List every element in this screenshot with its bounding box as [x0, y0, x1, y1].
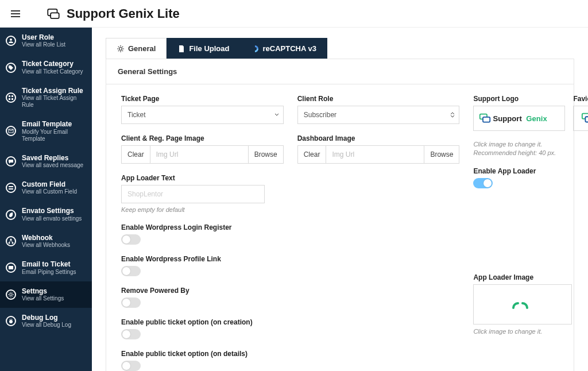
wp-profile-field: Enable Wordpress Profile Link: [121, 255, 459, 276]
svg-rect-9: [11, 98, 13, 100]
sidebar-item-debug[interactable]: Debug LogView all Debug Log: [0, 308, 92, 334]
dashboard-image-input[interactable]: [326, 146, 424, 163]
svg-text:Genix: Genix: [527, 114, 548, 122]
sidebar-item-custom-field[interactable]: Custom FieldView all Custom Field: [0, 175, 92, 201]
client-image-input[interactable]: [150, 146, 248, 163]
public-create-toggle[interactable]: [121, 329, 141, 339]
wp-profile-toggle[interactable]: [121, 266, 141, 276]
tab-file-upload[interactable]: File Upload: [167, 38, 240, 59]
svg-rect-25: [586, 117, 588, 122]
tab-general[interactable]: General: [106, 38, 167, 59]
sidebar-item-ticket-category[interactable]: Ticket CategoryView all Ticket Category: [0, 54, 92, 80]
menu-toggle-button[interactable]: [6, 4, 25, 24]
hamburger-icon: [11, 9, 20, 18]
app-title: Support Genix Lite: [67, 6, 180, 21]
svg-rect-11: [9, 186, 13, 187]
svg-rect-12: [9, 188, 13, 190]
svg-point-19: [119, 47, 122, 50]
svg-rect-1: [11, 13, 20, 14]
loader-image[interactable]: [473, 284, 572, 324]
tabs: General File Upload reCAPTCHA v3: [106, 38, 574, 59]
top-bar: Support Genix Lite: [0, 0, 588, 28]
svg-point-5: [10, 38, 12, 41]
svg-point-17: [10, 293, 12, 296]
logo-caption: Click image to change it.Recommended hei…: [473, 140, 588, 158]
enable-loader-toggle[interactable]: [473, 178, 493, 188]
svg-point-18: [9, 320, 13, 323]
leaf-icon: [6, 210, 16, 220]
recaptcha-icon: [251, 45, 259, 53]
wp-login-field: Enable Wordpress Login Register: [121, 223, 459, 245]
svg-rect-8: [9, 98, 10, 100]
panel-heading: General Settings: [106, 59, 574, 84]
tag-icon: [6, 63, 16, 73]
client-role-field: Client Role: [297, 95, 460, 124]
form-icon: [6, 183, 16, 193]
sidebar: User RoleView all Role List Ticket Categ…: [0, 28, 92, 371]
support-logo-field: Support Logo Support Genix: [473, 95, 565, 131]
sidebar-item-email-template[interactable]: Email TemplateModify Your Email Template: [0, 114, 92, 148]
sidebar-item-envato[interactable]: Envato SettingsView all envato settings: [0, 201, 92, 227]
svg-rect-0: [11, 10, 20, 11]
svg-rect-6: [9, 95, 10, 97]
svg-rect-4: [51, 13, 59, 18]
favicon-field: Favicon: [573, 95, 588, 131]
envelope-icon: [6, 262, 16, 273]
file-icon: [177, 45, 185, 53]
bug-icon: [6, 316, 16, 326]
loader-text-input[interactable]: [121, 185, 265, 203]
wp-login-toggle[interactable]: [121, 234, 141, 245]
settings-panel: General Settings Ticket Page Client Role: [106, 59, 574, 371]
tab-recaptcha[interactable]: reCAPTCHA v3: [240, 38, 327, 59]
user-role-icon: [6, 36, 16, 46]
svg-rect-2: [11, 16, 20, 17]
spinner-icon: [511, 297, 534, 311]
support-logo-image[interactable]: Support Genix: [473, 106, 565, 131]
favicon-image[interactable]: [573, 106, 588, 131]
loader-image-field: App Loader Image Click image to change i…: [473, 273, 588, 371]
favicon-icon: [581, 111, 588, 125]
browse-button[interactable]: Browse: [248, 146, 283, 163]
mail-icon: [6, 126, 16, 136]
webhook-icon: [6, 236, 16, 246]
public-details-field: Enable public ticket option (on details): [121, 350, 459, 371]
grid-icon: [6, 92, 16, 103]
loader-text-field: App Loader Text Keep empty for default: [121, 174, 265, 213]
svg-rect-7: [11, 95, 13, 97]
gear-icon: [6, 289, 16, 300]
client-role-select[interactable]: [297, 106, 460, 124]
svg-rect-21: [483, 117, 490, 122]
ticket-page-field: Ticket Page: [121, 95, 284, 124]
svg-rect-16: [9, 266, 13, 269]
enable-loader-field: Enable App Loader: [473, 167, 588, 265]
sidebar-item-user-role[interactable]: User RoleView all Role List: [0, 28, 92, 54]
clear-button[interactable]: Clear: [298, 146, 327, 163]
sidebar-item-email-ticket[interactable]: Email to TicketEmail Piping Settings: [0, 254, 92, 281]
clear-button[interactable]: Clear: [122, 146, 150, 163]
powered-by-toggle[interactable]: [121, 297, 141, 308]
chat-icon: [6, 156, 16, 167]
sidebar-item-assign-rule[interactable]: Ticket Assign RuleView all Ticket Assign…: [0, 81, 92, 114]
public-details-toggle[interactable]: [121, 361, 141, 371]
sidebar-item-saved-replies[interactable]: Saved RepliesView all saved message: [0, 148, 92, 175]
ticket-page-select[interactable]: [121, 106, 284, 124]
powered-by-field: Remove Powered By: [121, 287, 459, 308]
main-content: General File Upload reCAPTCHA v3 General…: [92, 28, 588, 371]
gear-icon: [117, 45, 125, 53]
client-image-field: Client & Reg. Page Image Clear Browse: [121, 134, 284, 164]
dashboard-image-field: Dashboard Image Clear Browse: [297, 134, 460, 164]
svg-text:Support: Support: [493, 114, 523, 122]
logo-mark-icon: [46, 6, 61, 21]
sidebar-item-settings[interactable]: SettngsView all Settings: [0, 281, 92, 308]
public-create-field: Enable public ticket option (on creation…: [121, 318, 459, 339]
browse-button[interactable]: Browse: [424, 146, 459, 163]
app-logo: Support Genix Lite: [46, 6, 180, 21]
sidebar-item-webhook[interactable]: WebhookView all Webhooks: [0, 228, 92, 254]
